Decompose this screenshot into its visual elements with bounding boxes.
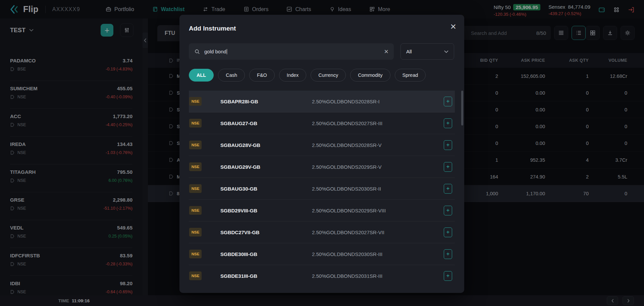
instrument-description: 2.50%GOLDBONDS2028SR-V (312, 142, 382, 148)
instrument-search-input[interactable]: gold bond × (189, 43, 394, 60)
instrument-symbol: SGBAUG30-GB (220, 186, 257, 192)
category-dropdown[interactable]: All (400, 43, 454, 60)
exchange-badge: NSE (189, 271, 202, 280)
instrument-result-row[interactable]: NSE SGBAUG30-GB 2.50%GOLDBONDS2030SR-II … (189, 178, 455, 200)
instrument-description: 2.50%GOLDBONDS2030SR-II (312, 186, 381, 192)
plus-icon: + (446, 272, 450, 279)
instrument-result-row[interactable]: NSE SGBAUG28V-GB 2.50%GOLDBONDS2028SR-V … (189, 134, 455, 156)
search-icon (194, 49, 200, 55)
exchange-badge: NSE (189, 141, 202, 149)
scrollbar-thumb[interactable] (461, 91, 463, 125)
instrument-description: 2.50%GOLDBONDS2031SR-III (312, 273, 382, 279)
add-instrument-button[interactable]: + (444, 184, 452, 194)
plus-icon: + (446, 163, 450, 170)
instrument-results-list: NSE SGBAPR28I-GB 2.50%GOLDBONDS2028SR-I … (189, 91, 455, 286)
add-instrument-button[interactable]: + (444, 249, 452, 259)
instrument-result-row[interactable]: NSE SGBD29VIII-GB 2.50%GOLDBONDS2029SR-V… (189, 200, 455, 221)
instrument-description: 2.50%GOLDBONDS2027SR-VII (312, 230, 384, 235)
instrument-result-row[interactable]: NSE SGBAUG27-GB 2.50%GOLDBONDS2027SR-III… (189, 112, 455, 134)
instrument-symbol: SGBAPR28I-GB (220, 99, 258, 104)
exchange-badge: NSE (189, 97, 202, 106)
trading-app: Flip AXXXXX9 Portfolio Watchlist Trade O… (0, 0, 644, 306)
plus-icon: + (446, 229, 450, 236)
add-instrument-modal: Add Instrument × gold bond × All ALL Cas… (179, 15, 464, 293)
instrument-symbol: SGBAUG28V-GB (220, 142, 260, 148)
modal-title: Add Instrument (189, 25, 236, 32)
add-instrument-button[interactable]: + (444, 271, 452, 281)
instrument-result-row[interactable]: NSE SGBDC27VII-GB 2.50%GOLDBONDS2027SR-V… (189, 221, 455, 243)
chip-commodity[interactable]: Commodity (350, 69, 390, 82)
instrument-description: 2.50%GOLDBONDS2029SR-VIII (312, 208, 386, 213)
instrument-symbol: SGBDE30III-GB (220, 251, 257, 257)
instrument-result-row[interactable]: NSE SGBDE30III-GB 2.50%GOLDBONDS2030SR-I… (189, 243, 455, 265)
instrument-symbol: SGBAUG29V-GB (220, 164, 260, 170)
plus-icon: + (446, 185, 450, 192)
instrument-result-row[interactable]: NSE SGBAUG29V-GB 2.50%GOLDBONDS2029SR-V … (189, 156, 455, 178)
clear-search-icon[interactable]: × (384, 48, 388, 55)
close-icon[interactable]: × (450, 21, 456, 32)
instrument-symbol: SGBD29VIII-GB (220, 208, 257, 213)
chip-index[interactable]: Index (279, 69, 306, 82)
chip-cash[interactable]: Cash (218, 69, 245, 82)
instrument-description: 2.50%GOLDBONDS2029SR-V (312, 164, 382, 170)
plus-icon: + (446, 251, 450, 257)
add-instrument-button[interactable]: + (444, 97, 452, 106)
instrument-symbol: SGBDE31III-GB (220, 273, 257, 279)
add-instrument-button[interactable]: + (444, 206, 452, 215)
chip-all[interactable]: ALL (189, 69, 214, 82)
exchange-badge: NSE (189, 162, 202, 171)
chip-currency[interactable]: Currency (311, 69, 346, 82)
search-value: gold bond (204, 49, 226, 54)
exchange-badge: NSE (189, 184, 202, 193)
exchange-badge: NSE (189, 228, 202, 237)
exchange-badge: NSE (189, 119, 202, 128)
segment-filter-chips: ALL Cash F&O Index Currency Commodity Sp… (189, 69, 426, 82)
exchange-badge: NSE (189, 250, 202, 258)
instrument-description: 2.50%GOLDBONDS2028SR-I (312, 99, 380, 104)
add-instrument-button[interactable]: + (444, 140, 452, 150)
plus-icon: + (446, 142, 450, 148)
category-dropdown-value: All (406, 49, 412, 54)
add-instrument-button[interactable]: + (444, 162, 452, 172)
plus-icon: + (446, 98, 450, 105)
add-instrument-button[interactable]: + (444, 227, 452, 237)
plus-icon: + (446, 207, 450, 214)
chip-spread[interactable]: Spread (395, 69, 426, 82)
instrument-description: 2.50%GOLDBONDS2030SR-III (312, 251, 382, 257)
add-instrument-button[interactable]: + (444, 118, 452, 128)
instrument-symbol: SGBAUG27-GB (220, 120, 257, 126)
chip-fo[interactable]: F&O (249, 69, 275, 82)
exchange-badge: NSE (189, 206, 202, 215)
plus-icon: + (446, 120, 450, 126)
text-cursor (227, 49, 227, 54)
instrument-symbol: SGBDC27VII-GB (220, 230, 260, 235)
instrument-description: 2.50%GOLDBONDS2027SR-III (312, 120, 382, 126)
instrument-result-row[interactable]: NSE SGBAPR28I-GB 2.50%GOLDBONDS2028SR-I … (189, 91, 455, 112)
instrument-result-row[interactable]: NSE SGBDE31III-GB 2.50%GOLDBONDS2031SR-I… (189, 265, 455, 286)
chevron-down-icon (444, 50, 448, 53)
